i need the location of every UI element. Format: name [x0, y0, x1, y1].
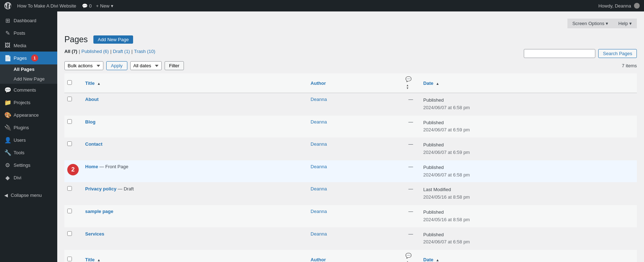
filter-all[interactable]: All (7)	[64, 49, 77, 54]
comments-col-header[interactable]: 💬 ▲▼	[402, 73, 420, 93]
comment-count: —	[409, 119, 413, 125]
date-col-header[interactable]: Date ▲	[420, 73, 637, 93]
row-checkbox[interactable]	[67, 97, 72, 101]
title-col-header[interactable]: Title ▲	[82, 73, 307, 93]
sidebar-item-label: Divi	[14, 175, 21, 180]
user-info[interactable]: Howdy, Deanna	[598, 3, 640, 9]
tools-icon: 🔧	[4, 149, 11, 156]
sidebar-item-label: Settings	[14, 162, 30, 168]
sidebar-item-divi[interactable]: ◆ Divi	[0, 171, 57, 184]
row-checkbox[interactable]	[67, 231, 72, 236]
sidebar-item-label: Pages	[14, 55, 27, 61]
sidebar-item-tools[interactable]: 🔧 Tools	[0, 146, 57, 159]
sidebar-item-settings[interactable]: ⚙ Settings	[0, 159, 57, 171]
date-value: 2024/06/07 at 6:59 pm	[423, 149, 633, 156]
new-menu[interactable]: + New ▾	[96, 3, 113, 9]
sidebar-item-projects[interactable]: 📁 Projects	[0, 96, 57, 109]
author-link[interactable]: Deanna	[311, 97, 327, 102]
table-row: 2Home — Front PageDeanna—Published2024/0…	[64, 160, 637, 183]
page-title-link[interactable]: Services	[85, 231, 104, 237]
page-title-link[interactable]: Privacy policy	[85, 186, 116, 191]
author-link[interactable]: Deanna	[311, 119, 327, 125]
comments-sort-arrows: ▲▼	[406, 84, 409, 90]
row-checkbox-cell: 2	[64, 160, 82, 183]
filter-published-link[interactable]: Published (6)	[82, 49, 109, 54]
title-extra: — Draft	[116, 186, 133, 191]
sidebar-item-media[interactable]: 🖼 Media	[0, 39, 57, 52]
dates-filter-select[interactable]: All dates	[130, 61, 162, 70]
page-title-link[interactable]: Contact	[85, 141, 102, 147]
row-checkbox[interactable]	[67, 141, 72, 146]
select-all-checkbox[interactable]	[67, 80, 72, 85]
row-checkbox-cell	[64, 183, 82, 205]
admin-bar: How To Make A Divi Website 💬 0 + New ▾ H…	[0, 0, 644, 11]
sidebar-item-appearance[interactable]: 🎨 Appearance	[0, 109, 57, 121]
page-title-link[interactable]: sample page	[85, 209, 113, 214]
sidebar-item-pages[interactable]: 📄 Pages 1	[0, 52, 57, 64]
site-name[interactable]: How To Make A Divi Website	[17, 3, 76, 9]
title-foot-col-header[interactable]: Title ▲	[82, 250, 307, 262]
filter-btn[interactable]: Filter	[165, 61, 184, 70]
date-status: Published	[423, 164, 633, 171]
sidebar-item-posts[interactable]: ✎ Posts	[0, 27, 57, 39]
title-extra: — Front Page	[98, 164, 128, 169]
help-btn[interactable]: Help ▾	[613, 19, 637, 28]
comments-foot-col-header[interactable]: 💬 ▲▼	[402, 250, 420, 262]
filter-trash[interactable]: Trash (10)	[134, 49, 155, 54]
comment-bubble-icon: 💬	[82, 3, 88, 9]
row-author-cell: Deanna	[307, 138, 402, 160]
filter-draft-link[interactable]: Draft (1)	[113, 49, 130, 54]
title-foot-sort-icon: ▲	[97, 258, 101, 262]
filter-published[interactable]: Published (6)	[82, 49, 109, 54]
select-all-foot-col	[64, 250, 82, 262]
page-title-link[interactable]: Blog	[85, 119, 96, 125]
screen-options-btn[interactable]: Screen Options ▾	[567, 19, 614, 28]
table-row: BlogDeanna—Published2024/06/07 at 6:59 p…	[64, 115, 637, 138]
select-all-foot-checkbox[interactable]	[67, 257, 72, 261]
wp-logo[interactable]	[4, 2, 11, 9]
bulk-actions-top-select[interactable]: Bulk actions	[64, 61, 103, 70]
howdy-text: Howdy, Deanna	[598, 3, 631, 9]
row-checkbox-cell	[64, 138, 82, 160]
sidebar-item-dashboard[interactable]: ⊞ Dashboard	[0, 14, 57, 27]
sidebar-item-label: Users	[14, 137, 26, 143]
row-author-cell: Deanna	[307, 205, 402, 227]
submenu-add-new-page[interactable]: Add New Page	[0, 74, 57, 84]
row-checkbox[interactable]	[67, 186, 72, 191]
row-date-cell: Published2024/06/07 at 6:58 pm	[420, 93, 637, 116]
author-link[interactable]: Deanna	[311, 164, 327, 169]
filter-all-link[interactable]: All (7)	[64, 49, 77, 54]
date-foot-col-header[interactable]: Date ▲	[420, 250, 637, 262]
sidebar-item-label: Appearance	[14, 112, 39, 118]
table-header-row: Title ▲ Author 💬 ▲▼ Date ▲	[64, 73, 637, 93]
row-checkbox[interactable]	[67, 209, 72, 213]
author-link[interactable]: Deanna	[311, 209, 327, 214]
author-link[interactable]: Deanna	[311, 186, 327, 191]
add-new-page-btn[interactable]: Add New Page	[93, 35, 133, 44]
submenu-all-pages[interactable]: All Pages	[0, 64, 57, 74]
search-pages-btn[interactable]: Search Pages	[598, 49, 637, 58]
apply-top-btn[interactable]: Apply	[106, 61, 127, 70]
page-title-link[interactable]: About	[85, 97, 99, 102]
date-status: Published	[423, 97, 633, 104]
sidebar-item-comments[interactable]: 💬 Comments	[0, 84, 57, 96]
author-link[interactable]: Deanna	[311, 141, 327, 147]
filter-trash-link[interactable]: Trash (10)	[134, 49, 155, 54]
collapse-menu-btn[interactable]: ◀ Collapse menu	[0, 190, 57, 201]
date-status: Published	[423, 231, 633, 239]
comments-bubble-icon: 💬	[405, 76, 411, 82]
filter-draft[interactable]: Draft (1)	[113, 49, 130, 54]
row-title-cell: sample page	[82, 205, 307, 227]
page-title-link[interactable]: Home	[85, 164, 98, 169]
author-link[interactable]: Deanna	[311, 231, 327, 237]
search-pages-input[interactable]	[524, 49, 595, 58]
sidebar-item-label: Plugins	[14, 125, 29, 130]
comments-link[interactable]: 💬 0	[82, 3, 92, 9]
date-value: 2024/06/07 at 6:59 pm	[423, 126, 633, 134]
sidebar-item-users[interactable]: 👤 Users	[0, 134, 57, 146]
screen-meta-row: Screen Options ▾ Help ▾	[64, 19, 637, 28]
row-checkbox[interactable]	[67, 119, 72, 124]
sidebar-item-plugins[interactable]: 🔌 Plugins	[0, 121, 57, 134]
table-row: ServicesDeanna—Published2024/06/07 at 6:…	[64, 227, 637, 250]
plus-icon: +	[96, 3, 99, 9]
